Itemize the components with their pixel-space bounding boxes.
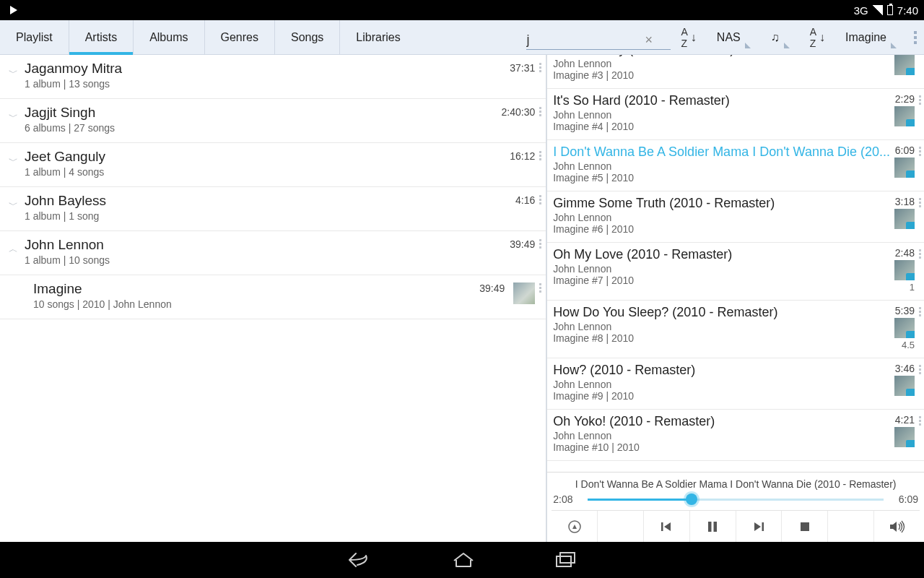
tracks-list[interactable]: Jealous Guy (2010 - Remaster)John Lennon… <box>547 55 924 472</box>
toolbar: PlaylistArtistsAlbumsGenresSongsLibrarie… <box>0 20 924 55</box>
artist-row[interactable]: ﹀Jeet Ganguly1 album | 4 songs16:12 <box>0 143 546 187</box>
sort-az-button[interactable]: AZ↓ <box>671 20 706 54</box>
source-spinner[interactable]: NAS <box>707 20 761 54</box>
search-input[interactable] <box>526 33 642 48</box>
chevron-down-icon[interactable]: ﹀ <box>6 61 20 79</box>
track-row[interactable]: How? (2010 - Remaster)John LennonImagine… <box>547 358 924 410</box>
row-menu-button[interactable] <box>919 196 921 207</box>
track-duration: 3:18 <box>895 196 915 207</box>
artist-name: John Bayless <box>25 193 515 209</box>
search-box[interactable]: × <box>526 30 671 50</box>
clear-search-icon[interactable]: × <box>642 33 655 48</box>
artist-row[interactable]: ︿John Lennon1 album | 10 songs39:49 <box>0 231 546 275</box>
artist-name: Jeet Ganguly <box>25 149 510 165</box>
track-rating: 1 <box>910 282 915 293</box>
track-art <box>894 427 915 447</box>
overflow-menu-button[interactable] <box>907 20 924 54</box>
row-menu-button[interactable] <box>919 363 921 374</box>
signal-icon <box>873 5 883 15</box>
row-menu-button[interactable] <box>539 281 541 293</box>
track-row[interactable]: How Do You Sleep? (2010 - Remaster)John … <box>547 301 924 358</box>
home-button[interactable] <box>451 551 476 569</box>
tab-genres[interactable]: Genres <box>205 20 275 54</box>
artist-duration: 16:12 <box>510 149 535 162</box>
music-app: PlaylistArtistsAlbumsGenresSongsLibrarie… <box>0 20 924 542</box>
album-art <box>513 282 535 304</box>
svg-rect-3 <box>714 522 718 532</box>
track-row[interactable]: Gimme Some Truth (2010 - Remaster)John L… <box>547 191 924 243</box>
artist-name: Jaganmoy Mitra <box>25 61 510 77</box>
source-label: NAS <box>717 31 741 44</box>
track-artist: John Lennon <box>553 160 890 172</box>
volume-button[interactable] <box>874 511 920 542</box>
track-title: I Don't Wanna Be A Soldier Mama I Don't … <box>553 144 890 160</box>
track-title: How Do You Sleep? (2010 - Remaster) <box>553 305 890 320</box>
tab-playlist[interactable]: Playlist <box>0 20 69 54</box>
sort-az-button-2[interactable]: AZ↓ <box>800 20 835 54</box>
chevron-up-icon[interactable]: ︿ <box>6 237 20 256</box>
music-filter-button[interactable]: ♫ <box>761 20 800 54</box>
row-menu-button[interactable] <box>919 144 921 156</box>
chevron-down-icon[interactable]: ﹀ <box>6 193 20 212</box>
track-duration: 2:29 <box>895 93 915 105</box>
svg-rect-6 <box>557 556 571 566</box>
row-menu-button[interactable] <box>919 247 921 259</box>
chevron-down-icon[interactable]: ﹀ <box>6 105 20 124</box>
tab-libraries[interactable]: Libraries <box>340 20 416 54</box>
track-title: Gimme Some Truth (2010 - Remaster) <box>553 196 890 211</box>
playback-controls <box>552 510 920 542</box>
track-artist: John Lennon <box>553 321 890 332</box>
artist-row[interactable]: ﹀Jagjit Singh6 albums | 27 songs2:40:30 <box>0 99 546 143</box>
dropdown-icon <box>891 43 897 48</box>
tab-songs[interactable]: Songs <box>275 20 340 54</box>
album-row[interactable]: Imagine10 songs | 2010 | John Lennon39:4… <box>0 275 546 319</box>
track-meta: Imagine #5 | 2010 <box>553 172 890 184</box>
album-filter-label: Imagine <box>845 31 886 44</box>
track-duration: 4:21 <box>895 414 915 426</box>
track-row[interactable]: Oh My Love (2010 - Remaster)John LennonI… <box>547 243 924 301</box>
track-meta: Imagine #9 | 2010 <box>553 390 890 402</box>
stop-button[interactable] <box>782 511 828 542</box>
artist-meta: 1 album | 1 song <box>25 210 515 222</box>
artist-meta: 1 album | 4 songs <box>25 166 510 178</box>
track-row[interactable]: Oh Yoko! (2010 - Remaster)John LennonIma… <box>547 410 924 461</box>
spacer <box>598 511 644 542</box>
album-name: Imagine <box>33 281 479 297</box>
tab-artists[interactable]: Artists <box>69 20 134 54</box>
artists-pane[interactable]: ﹀Jaganmoy Mitra1 album | 13 songs37:31﹀J… <box>0 55 547 542</box>
row-menu-button[interactable] <box>919 93 921 105</box>
row-menu-button[interactable] <box>539 237 541 249</box>
artist-name: John Lennon <box>25 237 510 253</box>
prev-button[interactable] <box>644 511 690 542</box>
seek-bar[interactable] <box>588 493 884 506</box>
row-menu-button[interactable] <box>919 414 921 426</box>
pause-button[interactable] <box>690 511 736 542</box>
album-meta: 10 songs | 2010 | John Lennon <box>33 298 479 310</box>
track-meta: Imagine #6 | 2010 <box>553 223 890 235</box>
track-row[interactable]: Jealous Guy (2010 - Remaster)John Lennon… <box>547 55 924 89</box>
artist-duration: 2:40:30 <box>502 105 536 118</box>
row-menu-button[interactable] <box>919 305 921 316</box>
next-button[interactable] <box>736 511 783 542</box>
queue-button[interactable] <box>552 511 598 542</box>
artist-row[interactable]: ﹀Jaganmoy Mitra1 album | 13 songs37:31 <box>0 55 546 99</box>
row-menu-button[interactable] <box>539 105 541 116</box>
now-playing-title: I Don't Wanna Be A Soldier Mama I Don't … <box>552 477 920 493</box>
track-row[interactable]: It's So Hard (2010 - Remaster)John Lenno… <box>547 89 924 140</box>
row-menu-button[interactable] <box>539 193 541 204</box>
svg-rect-5 <box>801 522 809 531</box>
track-art <box>894 106 915 126</box>
row-menu-button[interactable] <box>539 61 541 72</box>
track-title: Oh My Love (2010 - Remaster) <box>553 247 890 262</box>
tab-albums[interactable]: Albums <box>134 20 204 54</box>
album-filter-spinner[interactable]: Imagine <box>835 20 907 54</box>
track-artist: John Lennon <box>553 58 890 69</box>
recents-button[interactable] <box>555 551 577 569</box>
clock: 7:40 <box>897 4 918 17</box>
track-row[interactable]: I Don't Wanna Be A Soldier Mama I Don't … <box>547 140 924 191</box>
chevron-down-icon[interactable]: ﹀ <box>6 149 20 168</box>
artist-row[interactable]: ﹀John Bayless1 album | 1 song4:16 <box>0 187 546 231</box>
track-artist: John Lennon <box>553 109 890 121</box>
back-button[interactable] <box>347 551 372 569</box>
row-menu-button[interactable] <box>539 149 541 160</box>
